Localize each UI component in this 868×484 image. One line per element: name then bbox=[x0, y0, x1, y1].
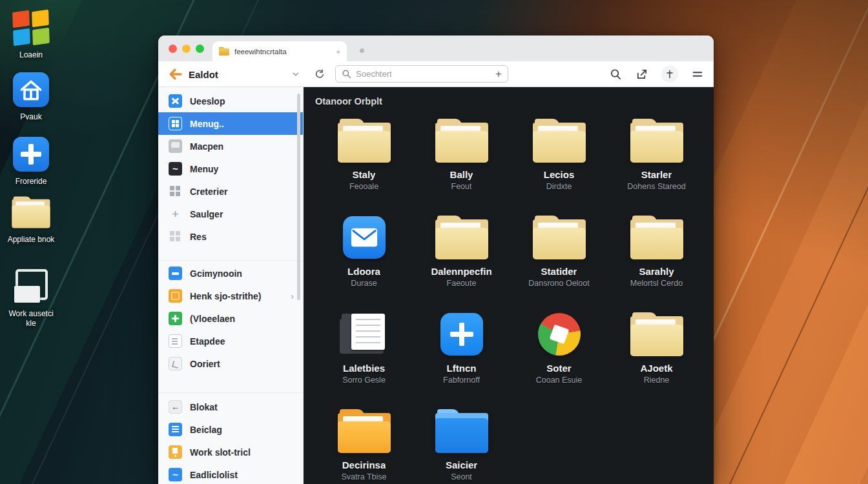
sidebar-item-label: Eadliclolist bbox=[190, 470, 238, 480]
item-title: Sarahly bbox=[639, 266, 674, 277]
grid-item-ldoora[interactable]: Ldoora Durase bbox=[315, 208, 413, 305]
window-outline-icon bbox=[12, 269, 50, 304]
sidebar-item-label: Saulger bbox=[190, 209, 223, 219]
sidebar-item-creterier[interactable]: Creterier bbox=[158, 180, 303, 203]
search-add-icon[interactable]: + bbox=[495, 68, 502, 79]
file-grid: Staly Feooale Bally Feout Lecios Dirdxte… bbox=[315, 112, 714, 484]
blue-dash-icon bbox=[169, 267, 182, 280]
item-subtitle: Riedne bbox=[644, 376, 670, 385]
folder-favicon-icon bbox=[219, 47, 229, 55]
chevron-right-icon: › bbox=[291, 291, 294, 301]
folder-icon bbox=[532, 216, 587, 259]
item-subtitle: Melortsl Cerdo bbox=[630, 279, 683, 288]
refresh-icon[interactable] bbox=[314, 68, 326, 81]
sidebar-item-menug-selected[interactable]: Menug.. bbox=[158, 112, 303, 135]
location-title: Ealdot bbox=[189, 69, 218, 80]
folder-icon bbox=[336, 119, 392, 163]
sidebar-item-label: Work slot-tricl bbox=[190, 447, 251, 458]
gray-grid-light-icon bbox=[169, 230, 182, 243]
sidebar-item-henk[interactable]: Henk sjo-strithe) › bbox=[158, 285, 303, 307]
grid-item-laletbies[interactable]: Laletbies Sorro Gesle bbox=[315, 305, 413, 402]
blue-swirl-icon: ~ bbox=[169, 468, 182, 481]
desktop-icon-froreride[interactable]: Froreride bbox=[0, 136, 62, 187]
sidebar-item-saulger[interactable]: + Saulger bbox=[158, 203, 303, 225]
item-title: Ldoora bbox=[347, 266, 380, 277]
desktop-icon-work[interactable]: Work ausetci kle bbox=[0, 268, 62, 328]
desktop-icon-label: Appliate bnok bbox=[0, 235, 62, 245]
grid-item-ajoetk[interactable]: AJoetk Riedne bbox=[608, 305, 705, 402]
windows-logo-icon bbox=[12, 10, 50, 45]
grid-item-staly[interactable]: Staly Feooale bbox=[315, 112, 413, 208]
close-window-button[interactable] bbox=[169, 45, 177, 53]
sidebar-scrollbar[interactable] bbox=[297, 94, 300, 300]
extensions-icon[interactable] bbox=[661, 66, 678, 83]
item-subtitle: Feout bbox=[451, 182, 472, 191]
item-title: Starler bbox=[641, 169, 672, 180]
chevron-down-icon[interactable] bbox=[291, 70, 300, 79]
sidebar-item-label: Beiclag bbox=[190, 425, 222, 435]
maximize-window-button[interactable] bbox=[196, 45, 204, 53]
minimize-window-button[interactable] bbox=[182, 45, 191, 53]
sidebar-item-menuy[interactable]: ~ Menuy bbox=[158, 157, 303, 180]
grid-item-saicier[interactable]: Saicier Seont bbox=[413, 402, 510, 484]
sidebar-item-label: Menug.. bbox=[190, 119, 224, 129]
sidebar-item-label: Gcimynooin bbox=[190, 268, 242, 279]
tab-caret-icon[interactable]: + bbox=[336, 48, 340, 55]
sidebar-item-ueeslop[interactable]: Ueeslop bbox=[158, 90, 303, 112]
search-input[interactable] bbox=[356, 69, 491, 79]
search-bar[interactable]: + bbox=[335, 65, 508, 83]
item-subtitle: Faeoute bbox=[447, 279, 477, 288]
sidebar-item-label: Ueeslop bbox=[190, 96, 225, 106]
sidebar-item-macpen[interactable]: Macpen bbox=[158, 135, 303, 157]
grid-blue-icon bbox=[169, 117, 182, 130]
item-title: Lftncn bbox=[447, 363, 477, 374]
item-title: AJoetk bbox=[640, 363, 672, 374]
menu-icon[interactable] bbox=[692, 69, 703, 79]
folder-icon bbox=[434, 216, 490, 259]
sidebar-item-etapdee[interactable]: Etapdee bbox=[158, 330, 303, 352]
grid-item-lftncn[interactable]: Lftncn Fabfornoff bbox=[413, 305, 510, 402]
outline-mark-icon bbox=[169, 357, 182, 370]
file-content-area: Otanoor Orbplt Staly Feooale Bally Feout… bbox=[304, 87, 714, 484]
desktop-icon-label: Loaein bbox=[0, 50, 62, 60]
grid-item-dalennpecfin[interactable]: Dalennpecfin Faeoute bbox=[413, 208, 510, 305]
export-icon[interactable] bbox=[636, 68, 648, 81]
documents-folder-icon bbox=[337, 312, 391, 356]
tab-title: feeewihtncrtalta bbox=[234, 48, 287, 55]
grid-item-lecios[interactable]: Lecios Dirdxte bbox=[510, 112, 608, 208]
grid-item-sarahly[interactable]: Sarahly Melortsl Cerdo bbox=[608, 208, 705, 305]
sidebar-item-res[interactable]: Res bbox=[158, 225, 303, 248]
item-title: Decirinsa bbox=[342, 459, 386, 470]
orange-folder-icon bbox=[336, 409, 392, 453]
sidebar-item-work-slot[interactable]: Work slot-tricl bbox=[158, 441, 303, 463]
grid-item-starler[interactable]: Starler Dohens Stareod bbox=[608, 112, 705, 208]
gray-grid-icon bbox=[169, 185, 182, 198]
grid-item-soter[interactable]: Soter Cooan Esuie bbox=[510, 305, 608, 402]
sidebar-item-gcimynooin[interactable]: Gcimynooin bbox=[158, 262, 303, 285]
sidebar-item-ooriert[interactable]: Ooriert bbox=[158, 352, 303, 375]
back-arrow-icon: ← bbox=[169, 400, 182, 414]
new-tab-button[interactable] bbox=[360, 48, 364, 53]
sidebar-item-beiclag[interactable]: Beiclag bbox=[158, 418, 303, 441]
grid-item-statider[interactable]: Statider Dansrono Oeloot bbox=[510, 208, 608, 305]
content-header: Otanoor Orbplt bbox=[315, 96, 714, 106]
sidebar-item-vloeelaen[interactable]: (Vloeelaen bbox=[158, 307, 303, 330]
sidebar-item-eadliclolist[interactable]: ~ Eadliclolist bbox=[158, 463, 303, 484]
find-icon[interactable] bbox=[610, 68, 622, 81]
item-title: Lecios bbox=[544, 169, 575, 180]
back-button[interactable] bbox=[167, 66, 183, 82]
desktop-blue-icon bbox=[169, 94, 182, 108]
sidebar-item-label: Menuy bbox=[190, 164, 218, 174]
toolbar: Ealdot + bbox=[158, 61, 714, 87]
folder-icon bbox=[532, 119, 587, 163]
browser-tab[interactable]: feeewihtncrtalta + bbox=[212, 41, 347, 61]
sidebar-item-label: Henk sjo-strithe) bbox=[190, 291, 261, 301]
grid-item-bally[interactable]: Bally Feout bbox=[413, 112, 510, 208]
desktop-icon-pvauk[interactable]: Pvauk bbox=[0, 71, 62, 122]
item-title: Statider bbox=[541, 266, 577, 277]
sidebar-item-blokat[interactable]: ← Blokat bbox=[158, 396, 303, 418]
desktop-icon-loaein[interactable]: Loaein bbox=[0, 9, 62, 60]
item-subtitle: Dansrono Oeloot bbox=[528, 279, 590, 288]
grid-item-decirinsa[interactable]: Decirinsa Svatra Tbise bbox=[315, 402, 413, 484]
desktop-icon-appliate[interactable]: Appliate bnok bbox=[0, 194, 62, 245]
